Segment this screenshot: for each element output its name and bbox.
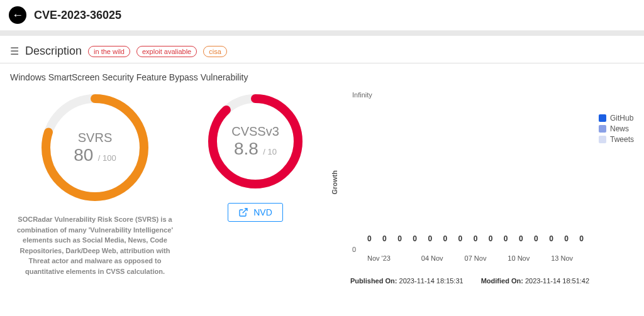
- nvd-link-button[interactable]: NVD: [228, 203, 283, 222]
- cvss-label: CVSSv3: [231, 124, 279, 139]
- svg-line-4: [243, 209, 247, 213]
- legend-swatch: [599, 114, 606, 122]
- divider: [0, 31, 644, 36]
- vulnerability-title: Windows SmartScreen Security Feature Byp…: [0, 68, 644, 91]
- main-content: SVRS 80 / 100 SOCRadar Vulnerability Ris…: [0, 91, 644, 285]
- page-header: ← CVE-2023-36025: [0, 0, 644, 31]
- ytick-infinity: Infinity: [352, 91, 372, 99]
- svrs-label: SVRS: [78, 131, 112, 145]
- modified-on: Modified On: 2023-11-14 18:51:42: [481, 277, 589, 285]
- back-button[interactable]: ←: [9, 6, 26, 24]
- chart-ylabel: Growth: [331, 170, 338, 195]
- legend-label: News: [610, 124, 629, 133]
- published-on: Published On: 2023-11-14 18:15:31: [350, 277, 464, 285]
- svrs-value: 80: [74, 145, 93, 165]
- legend-item-news[interactable]: News: [599, 124, 634, 133]
- list-icon: ☰: [10, 45, 19, 57]
- legend-swatch: [599, 125, 606, 133]
- cvss-value: 8.8: [234, 139, 258, 158]
- growth-chart: Growth Infinity 0 GitHub News Tweets: [331, 91, 634, 285]
- chart-meta: Published On: 2023-11-14 18:15:31 Modifi…: [331, 273, 634, 285]
- svrs-panel: SVRS 80 / 100 SOCRadar Vulnerability Ris…: [10, 91, 180, 285]
- chart-legend: GitHub News Tweets: [599, 114, 634, 146]
- legend-swatch: [599, 136, 606, 143]
- cvss-max: / 10: [263, 147, 277, 156]
- chart-value-labels: 000000000000000: [367, 234, 584, 243]
- chart-plot: Infinity 0 GitHub News Tweets: [342, 91, 634, 273]
- svrs-donut: SVRS 80 / 100: [38, 91, 152, 204]
- hr: [0, 63, 644, 63]
- nvd-label: NVD: [253, 207, 272, 217]
- chart-xticks: Nov '2304 Nov07 Nov10 Nov13 Nov: [367, 254, 584, 262]
- badge-cisa: cisa: [203, 46, 227, 57]
- svrs-max: / 100: [98, 153, 116, 163]
- section-header: ☰ Description in the wild exploit avalia…: [0, 36, 644, 63]
- legend-item-github[interactable]: GitHub: [599, 114, 634, 123]
- cve-id-title: CVE-2023-36025: [34, 9, 121, 22]
- legend-label: Tweets: [610, 135, 634, 144]
- legend-label: GitHub: [610, 114, 633, 123]
- legend-item-tweets[interactable]: Tweets: [599, 135, 634, 144]
- cvss-donut: CVSSv3 8.8 / 10: [205, 91, 306, 192]
- badge-in-the-wild: in the wild: [88, 46, 130, 57]
- section-title: Description: [25, 45, 82, 58]
- badge-exploit-available: exploit avaliable: [136, 46, 197, 57]
- ytick-zero: 0: [352, 246, 356, 253]
- arrow-left-icon: ←: [12, 9, 23, 22]
- external-link-icon: [238, 207, 248, 217]
- cvss-panel: CVSSv3 8.8 / 10 NVD: [192, 91, 318, 285]
- svrs-description: SOCRadar Vulnerability Risk Score (SVRS)…: [13, 214, 177, 276]
